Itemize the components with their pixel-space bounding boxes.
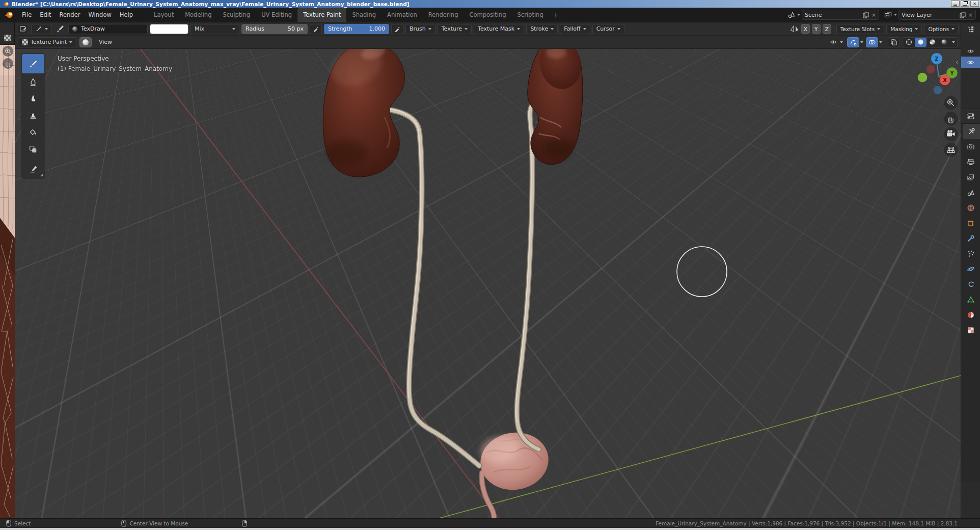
view-menu[interactable]: View (95, 37, 116, 47)
tab-animation[interactable]: Animation (382, 8, 423, 22)
falloff-shape-button[interactable] (79, 37, 92, 47)
show-gizmo-button[interactable] (847, 37, 859, 47)
outliner-panel[interactable] (961, 36, 980, 109)
sidebar-collapse-arrow[interactable]: ‹ (956, 58, 958, 66)
tab-compositing[interactable]: Compositing (464, 8, 511, 22)
panel-masking[interactable]: Masking (886, 24, 922, 34)
view-layer-caret-icon[interactable] (894, 14, 897, 16)
tab-layout[interactable]: Layout (148, 8, 179, 22)
strength-pressure-button[interactable] (391, 24, 403, 34)
properties-tab-modifiers[interactable] (961, 231, 980, 246)
eye-icon[interactable] (967, 48, 974, 55)
tool-clone-button[interactable] (22, 107, 44, 124)
tool-draw-button[interactable] (22, 54, 44, 73)
scene-icon[interactable] (787, 11, 796, 18)
tab-shading[interactable]: Shading (346, 8, 382, 22)
toggle-xray-button[interactable] (888, 37, 900, 47)
orthographic-grid-button[interactable] (944, 143, 958, 157)
menu-edit[interactable]: Edit (36, 8, 55, 22)
image-pan-button[interactable] (3, 58, 13, 69)
tool-smear-button[interactable] (22, 90, 44, 107)
unlink-scene-icon[interactable]: × (872, 12, 876, 18)
blender-menu-logo-icon[interactable] (4, 11, 14, 19)
radius-slider[interactable]: Radius 50 px (241, 24, 308, 34)
tool-fill-button[interactable] (22, 124, 44, 141)
properties-tab-data[interactable] (961, 292, 980, 307)
mode-dropdown[interactable]: Texture Paint (18, 37, 76, 47)
brush-preview-icon[interactable] (54, 24, 66, 34)
menu-render[interactable]: Render (56, 8, 85, 22)
eye-icon[interactable] (967, 59, 974, 66)
outliner-visibility-row-selected[interactable] (961, 57, 980, 68)
properties-tab-texture[interactable] (961, 323, 980, 338)
properties-tab-render[interactable] (961, 139, 980, 154)
properties-tab-material[interactable] (961, 307, 980, 323)
tab-rendering[interactable]: Rendering (423, 8, 464, 22)
scene-field[interactable]: Scene × (802, 10, 879, 20)
image-editor-type-icon[interactable] (4, 35, 11, 41)
viewport-3d[interactable]: Z Y X (15, 49, 961, 518)
radius-pressure-button[interactable] (310, 24, 322, 34)
menu-help[interactable]: Help (116, 8, 137, 22)
panel-texture[interactable]: Texture (438, 24, 472, 34)
minimize-button[interactable] (951, 1, 960, 7)
image-editor-strip[interactable] (0, 22, 15, 518)
tool-mask-button[interactable] (22, 141, 44, 157)
shading-solid-button[interactable] (915, 38, 927, 47)
new-view-layer-icon[interactable] (960, 12, 966, 18)
panel-texture-mask[interactable]: Texture Mask (474, 24, 524, 34)
shading-caret-icon[interactable] (952, 41, 955, 43)
properties-tab-physics[interactable] (961, 261, 980, 277)
mirror-z-button[interactable]: Z (823, 24, 831, 34)
panel-cursor[interactable]: Cursor (592, 24, 624, 34)
tool-annotate-button[interactable] (22, 161, 44, 178)
outliner-editor-icon[interactable] (967, 25, 974, 33)
menu-file[interactable]: File (18, 8, 36, 22)
gizmo-caret-icon[interactable] (860, 41, 863, 43)
pan-button[interactable] (944, 112, 958, 126)
close-button[interactable]: × (970, 1, 979, 7)
show-overlays-button[interactable] (866, 37, 878, 47)
properties-editor-icon[interactable] (967, 112, 975, 120)
properties-tab-world[interactable] (961, 200, 980, 216)
mirror-y-button[interactable]: Y (812, 24, 821, 34)
panel-falloff[interactable]: Falloff (560, 24, 590, 34)
properties-tab-view-layer[interactable] (961, 170, 980, 185)
overlays-caret-icon[interactable] (879, 41, 882, 43)
panel-brush[interactable]: Brush (405, 24, 435, 34)
restore-button[interactable] (961, 1, 969, 7)
brush-name-field[interactable]: TexDraw (68, 24, 148, 34)
gizmo-negx-ball[interactable] (927, 65, 935, 74)
object-visibility-dropdown[interactable] (828, 37, 845, 47)
tool-soften-button[interactable] (22, 73, 44, 90)
navigation-gizmo[interactable]: Z Y X (918, 53, 958, 94)
scene-caret-icon[interactable] (797, 14, 800, 16)
new-scene-icon[interactable] (863, 12, 869, 18)
tab-sculpting[interactable]: Sculpting (217, 8, 256, 22)
properties-tab-output[interactable] (961, 154, 980, 170)
camera-view-button[interactable] (944, 127, 958, 141)
properties-tab-tool[interactable] (963, 124, 980, 139)
panel-texture-slots[interactable]: Texture Slots (836, 24, 884, 34)
properties-tab-constraints[interactable] (961, 277, 980, 292)
view-layer-icon[interactable] (884, 11, 892, 18)
brush-color-swatch[interactable] (150, 24, 188, 34)
mirror-x-button[interactable]: X (801, 24, 810, 34)
strength-slider[interactable]: Strength 1.000 (324, 24, 389, 34)
remove-view-layer-icon[interactable]: × (968, 12, 973, 18)
active-tool-brush-button[interactable] (31, 24, 52, 34)
properties-tab-particles[interactable] (961, 246, 980, 261)
tab-uv-editing[interactable]: UV Editing (256, 8, 297, 22)
gizmo-negy-ball[interactable] (918, 73, 928, 83)
tab-modeling[interactable]: Modeling (179, 8, 217, 22)
shading-material-button[interactable] (927, 38, 938, 47)
shading-rendered-button[interactable] (938, 38, 950, 47)
tab-texture-paint[interactable]: Texture Paint (297, 8, 346, 22)
panel-options[interactable]: Options (924, 24, 959, 34)
shading-wireframe-button[interactable] (903, 38, 915, 47)
properties-tab-object[interactable] (961, 216, 980, 231)
model-female-urinary-system[interactable] (323, 49, 585, 518)
add-workspace-button[interactable]: + (549, 11, 563, 19)
blend-mode-dropdown[interactable]: Mix (190, 24, 239, 34)
zoom-button[interactable] (944, 96, 958, 110)
